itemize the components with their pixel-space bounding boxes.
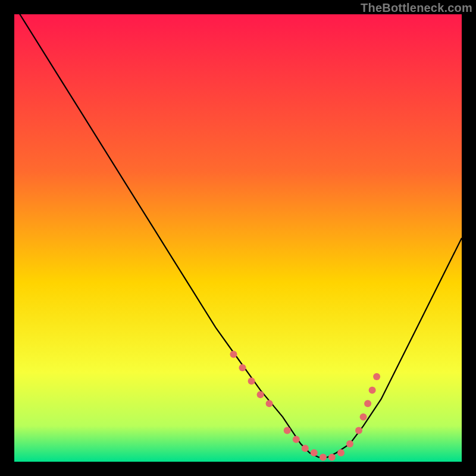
marker-dot xyxy=(328,454,336,461)
marker-dot xyxy=(311,449,318,456)
marker-dot xyxy=(230,351,237,358)
marker-dot xyxy=(284,427,291,434)
marker-dot xyxy=(360,414,367,421)
marker-dot xyxy=(369,387,376,394)
marker-dot xyxy=(346,440,353,447)
marker-dot xyxy=(302,444,309,452)
marker-dot xyxy=(257,391,264,398)
bottleneck-chart xyxy=(14,14,462,462)
watermark-text: TheBottleneck.com xyxy=(361,1,472,15)
marker-dot xyxy=(248,378,255,385)
marker-dot xyxy=(364,400,371,407)
marker-dot xyxy=(320,454,327,461)
marker-dot xyxy=(337,449,345,456)
marker-dot xyxy=(373,373,380,380)
marker-dot xyxy=(266,400,273,407)
gradient-background xyxy=(14,14,462,462)
marker-dot xyxy=(239,364,246,371)
marker-dot xyxy=(293,436,300,443)
chart-frame xyxy=(14,14,462,462)
marker-dot xyxy=(355,427,362,434)
